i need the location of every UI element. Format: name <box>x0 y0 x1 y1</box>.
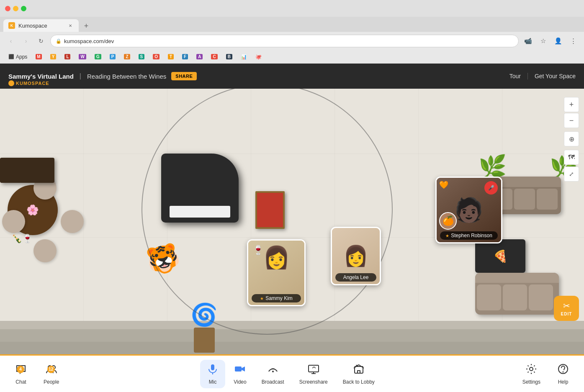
settings-button[interactable]: Settings <box>516 360 547 388</box>
stephen-avatar: 🧑🏿 <box>454 196 484 224</box>
back-to-lobby-label: Back to Lobby <box>343 379 375 385</box>
sammy-name-badge: ★ Sammy Kim <box>252 294 301 302</box>
stephen-small-avatar: 🍊 <box>439 212 457 230</box>
angela-lee-video-card[interactable]: 👩 Angela Lee <box>331 227 381 285</box>
browser-chrome: K Kumospace ✕ + ‹ › ↻ 🔒 kumospace.com/de… <box>0 0 584 64</box>
bookmark-3[interactable]: L <box>61 53 74 60</box>
step-1 <box>0 321 584 329</box>
screenshare-label: Screenshare <box>299 379 328 385</box>
bookmark-gmail[interactable]: M <box>32 53 45 60</box>
mic-button[interactable]: Mic <box>200 360 225 388</box>
plant-right-1: 🌿 <box>479 154 507 180</box>
chair-4 <box>61 210 84 233</box>
bookmark-apps[interactable]: ⬛ Apps <box>5 53 31 61</box>
chat-button[interactable]: 4 Chat <box>8 360 33 388</box>
sammy-star-icon: ★ <box>260 296 264 301</box>
wine-bottles: 🍾🍷 <box>12 233 33 243</box>
help-button[interactable]: Help <box>551 360 576 388</box>
back-to-lobby-icon <box>353 363 365 377</box>
video-button[interactable]: Video <box>227 360 253 388</box>
address-bar-row: ‹ › ↻ 🔒 kumospace.com/dev 📹 ☆ 👤 ⋮ <box>0 32 584 50</box>
tab-close-button[interactable]: ✕ <box>67 22 74 29</box>
minimize-traffic-light[interactable] <box>13 6 18 11</box>
sammy-kim-video-card[interactable]: 👩 🍷 ★ Sammy Kim <box>247 239 306 306</box>
bookmark-8[interactable]: S <box>135 53 148 60</box>
cushion-3 <box>537 189 558 210</box>
toolbar-center-group: Mic Video B <box>200 360 381 388</box>
piano-keys <box>170 206 230 218</box>
bookmark-12[interactable]: A <box>193 53 206 60</box>
settings-icon <box>525 363 537 377</box>
profile-icon[interactable]: 👤 <box>552 35 564 47</box>
chat-label: Chat <box>15 379 26 385</box>
tab-favicon: K <box>8 22 15 29</box>
back-button[interactable]: ‹ <box>5 35 17 47</box>
menu-icon[interactable]: ⋮ <box>567 35 579 47</box>
windmill-base <box>194 328 215 353</box>
cushion-2 <box>514 189 535 210</box>
stephen-drink-icon: 🧡 <box>439 180 448 190</box>
share-button[interactable]: SHARE <box>171 72 197 80</box>
app-content: Sammy's Virtual Land | Reading Between t… <box>0 64 584 392</box>
expand-button[interactable]: ⤢ <box>564 167 579 182</box>
new-tab-button[interactable]: + <box>80 20 92 32</box>
bookmark-5[interactable]: G <box>91 53 105 60</box>
screenshare-button[interactable]: Screenshare <box>293 360 334 388</box>
tab-bar: K Kumospace ✕ + <box>0 17 584 32</box>
address-bar[interactable]: 🔒 kumospace.com/dev <box>50 35 519 47</box>
zoom-out-button[interactable]: − <box>564 113 579 128</box>
bookmark-star-icon[interactable]: ☆ <box>537 35 549 47</box>
bookmark-10[interactable]: T <box>165 53 177 60</box>
bookmark-2[interactable]: Y <box>47 53 60 60</box>
people-badge: 12 <box>47 366 55 373</box>
zoom-in-button[interactable]: + <box>564 97 579 112</box>
angela-avatar: 👩 <box>343 244 368 268</box>
active-tab[interactable]: K Kumospace ✕ <box>3 19 79 32</box>
piano <box>161 154 239 223</box>
forward-button[interactable]: › <box>20 35 32 47</box>
back-to-lobby-button[interactable]: Back to Lobby <box>336 360 381 388</box>
people-icon: 12 <box>46 363 57 377</box>
bookmark-14[interactable]: B <box>223 53 236 60</box>
svg-rect-7 <box>355 366 363 373</box>
recenter-button[interactable]: ⊕ <box>564 131 579 146</box>
tour-link[interactable]: Tour <box>509 73 521 79</box>
stephen-name-badge: ★ Stephen Robinson <box>440 231 498 240</box>
people-label: People <box>44 379 59 385</box>
bookmark-6[interactable]: P <box>106 53 119 60</box>
center-coffee-table: 🍕 <box>475 239 525 273</box>
get-space-link[interactable]: Get Your Space <box>535 73 576 79</box>
map-button[interactable]: 🗺 <box>564 150 579 165</box>
mute-mic-icon: 🎤 <box>488 185 494 191</box>
cast-icon[interactable]: 📹 <box>522 35 534 47</box>
bookmark-16[interactable]: 🐙 <box>252 53 265 61</box>
flowers-icon: 🌸 <box>26 204 39 216</box>
browser-toolbar-icons: 📹 ☆ 👤 ⋮ <box>522 35 579 47</box>
header-right: Tour Get Your Space <box>509 73 576 79</box>
bookmarks-bar: ⬛ Apps M Y L W G P Z S O T F A C B 📊 🐙 <box>0 50 584 64</box>
bookmark-15[interactable]: 📊 <box>237 53 250 61</box>
stephen-star-icon: ★ <box>445 233 449 238</box>
svg-rect-2 <box>211 364 214 370</box>
refresh-button[interactable]: ↻ <box>35 35 47 47</box>
wine-emoji: 🍷 <box>252 245 264 256</box>
toolbar-left-group: 4 Chat 12 People <box>8 360 66 388</box>
stephen-name-text: Stephen Robinson <box>451 233 492 238</box>
bookmark-9[interactable]: O <box>149 53 163 60</box>
bookmark-7[interactable]: Z <box>121 53 133 60</box>
sofa-cushions-2 <box>475 283 559 312</box>
close-traffic-light[interactable] <box>5 6 10 11</box>
svg-point-5 <box>272 371 274 372</box>
people-button[interactable]: 12 People <box>37 360 66 388</box>
broadcast-button[interactable]: Broadcast <box>255 360 291 388</box>
bookmark-4[interactable]: W <box>75 53 89 60</box>
main-area[interactable]: 🌸 🍾🍷 🐯 <box>0 89 584 354</box>
chair-3 <box>33 239 57 262</box>
edit-button[interactable]: ✂ EDIT <box>554 296 579 321</box>
cushion-b <box>503 284 527 310</box>
maximize-traffic-light[interactable] <box>21 6 26 11</box>
stephen-robinson-video-card[interactable]: 🧑🏿 🧡 🎤 🍊 ★ Stephen Robinson <box>435 177 502 243</box>
bookmark-13[interactable]: C <box>208 53 221 60</box>
sofa-bottom-right <box>475 273 559 315</box>
bookmark-11[interactable]: F <box>179 53 191 60</box>
